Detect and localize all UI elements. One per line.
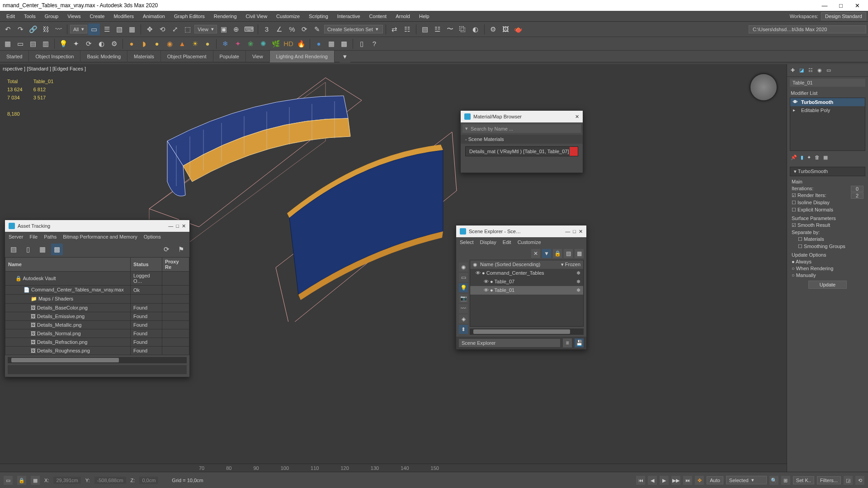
- lock-icon[interactable]: 🔒: [553, 249, 562, 258]
- menu-interactive[interactable]: Interactive: [333, 11, 365, 22]
- menu-customize[interactable]: Customize: [518, 239, 541, 245]
- pin-stack-icon[interactable]: 📌: [791, 155, 797, 160]
- menu-scripting[interactable]: Scripting: [304, 11, 333, 22]
- arrow-icon[interactable]: ▸: [793, 108, 795, 113]
- eye-icon[interactable]: 👁: [793, 99, 797, 104]
- asset-row[interactable]: 🖼 Details_Metallic.pngFound: [5, 321, 189, 329]
- menu-select[interactable]: Select: [460, 239, 474, 245]
- light-icon[interactable]: ●: [151, 38, 163, 50]
- asset-row[interactable]: 🖼 Details_Refraction.pngFound: [5, 338, 189, 347]
- create-tab-icon[interactable]: ✚: [791, 67, 795, 73]
- menu-create[interactable]: Create: [85, 11, 109, 22]
- list-col-name[interactable]: Name (Sorted Descending): [477, 262, 561, 267]
- asset-tool-icon[interactable]: ▤: [8, 244, 19, 255]
- panel-titlebar[interactable]: Scene Explorer - Sce… — □ ✕: [456, 225, 586, 237]
- menu-help[interactable]: Help: [415, 11, 434, 22]
- timeline-ruler[interactable]: 70 80 90 100 110 120 130 140 150: [0, 464, 787, 472]
- render-frame-button[interactable]: 🖼: [500, 23, 512, 35]
- light-icon[interactable]: 💡: [57, 38, 69, 50]
- ref-coord-dropdown[interactable]: View▾: [194, 25, 217, 33]
- list-col-frozen[interactable]: ▾ Frozen: [561, 262, 580, 267]
- make-unique-icon[interactable]: ✦: [807, 155, 811, 160]
- render-iters-field[interactable]: Render Iters:2: [792, 192, 863, 198]
- menu-civil-view[interactable]: Civil View: [241, 11, 272, 22]
- asset-row[interactable]: 📁 Maps / Shaders: [5, 295, 189, 304]
- modifier-turbosmooth[interactable]: 👁TurboSmooth: [790, 98, 865, 106]
- horizontal-scrollbar[interactable]: [470, 328, 584, 335]
- save-icon[interactable]: 💾: [575, 338, 584, 347]
- render-icon[interactable]: ▦: [326, 38, 337, 50]
- hierarchy-tab-icon[interactable]: ☷: [808, 67, 813, 73]
- next-frame-icon[interactable]: ▶▶: [671, 476, 680, 485]
- menu-tools[interactable]: Tools: [19, 11, 40, 22]
- iterations-field[interactable]: Iterations:0: [792, 186, 863, 191]
- update-button[interactable]: Update: [808, 281, 847, 289]
- scene-row[interactable]: 👁 ● Table_07❄: [470, 277, 583, 286]
- render-icon[interactable]: 🌿: [270, 38, 282, 50]
- close-icon[interactable]: ✕: [575, 114, 579, 120]
- setkey-button[interactable]: Set K..: [793, 476, 814, 484]
- light-icon[interactable]: ▲: [176, 38, 188, 50]
- menu-modifiers[interactable]: Modifiers: [109, 11, 138, 22]
- nav-icon[interactable]: ⟲: [855, 476, 864, 485]
- smooth-result-checkbox[interactable]: Smooth Result: [792, 222, 863, 228]
- maximize-icon[interactable]: □: [573, 229, 576, 234]
- unlink-button[interactable]: ⛓: [40, 23, 52, 35]
- tab-populate[interactable]: Populate: [213, 51, 246, 62]
- panel-titlebar[interactable]: Asset Tracking — □ ✕: [5, 220, 189, 232]
- window-close-button[interactable]: ✕: [849, 2, 865, 9]
- light-icon[interactable]: ⟳: [83, 38, 94, 50]
- asset-table[interactable]: Name Status Proxy Re 🔒 Autodesk VaultLog…: [5, 257, 189, 355]
- motion-tab-icon[interactable]: ◉: [817, 67, 822, 73]
- snap-toggle-button[interactable]: 3: [261, 23, 273, 35]
- coord-z-field[interactable]: 0,0cm: [139, 477, 158, 484]
- menu-bitmap-perf[interactable]: Bitmap Performance and Memory: [63, 234, 137, 239]
- render-icon[interactable]: ▯: [356, 38, 368, 50]
- redo-button[interactable]: ↷: [14, 23, 26, 35]
- scene-explorer-label[interactable]: Scene Explorer: [459, 339, 560, 347]
- menu-options[interactable]: Options: [144, 234, 161, 239]
- lock-selection-icon[interactable]: ▦: [31, 476, 40, 485]
- window-crossing-button[interactable]: ▦: [126, 23, 138, 35]
- tab-object-placement[interactable]: Object Placement: [161, 51, 213, 62]
- rollout-turbosmooth-header[interactable]: ▾ TurboSmooth: [790, 167, 865, 176]
- window-maximize-button[interactable]: □: [833, 2, 849, 9]
- move-button[interactable]: ✥: [144, 23, 156, 35]
- ribbon-icon[interactable]: ▤: [27, 38, 39, 50]
- modifier-editable-poly[interactable]: ▸Editable Poly: [790, 106, 865, 114]
- asset-row[interactable]: 📄 Command_Center_Tables_max_vray.maxOk: [5, 286, 189, 295]
- menu-content[interactable]: Content: [365, 11, 392, 22]
- tab-basic-modeling[interactable]: Basic Modeling: [80, 51, 127, 62]
- render-icon[interactable]: ❄: [219, 38, 231, 50]
- menu-animation[interactable]: Animation: [138, 11, 170, 22]
- material-editor-button[interactable]: ◐: [470, 23, 481, 35]
- asset-row[interactable]: 🖼 Details_Normal.pngFound: [5, 329, 189, 338]
- named-selection-dropdown[interactable]: Create Selection Set▾: [324, 25, 383, 33]
- configure-sets-icon[interactable]: ▦: [823, 155, 828, 160]
- rotate-button[interactable]: ⟲: [156, 23, 168, 35]
- tab-view[interactable]: View: [246, 51, 270, 62]
- tab-lighting-rendering[interactable]: Lighting And Rendering: [270, 51, 335, 62]
- menu-edit[interactable]: Edit: [503, 239, 511, 245]
- keyfilter-dropdown[interactable]: Selected ▾: [726, 476, 767, 484]
- autokey-button[interactable]: Auto: [707, 476, 723, 484]
- asset-tool-icon[interactable]: ▩: [51, 244, 63, 255]
- filter-icon[interactable]: ▦: [575, 249, 584, 258]
- tab-started[interactable]: Started: [0, 51, 29, 62]
- light-icon[interactable]: ◐: [95, 38, 107, 50]
- scene-row[interactable]: 👁 ● Table_01❄: [470, 286, 583, 295]
- filter-all-icon[interactable]: ◉: [459, 263, 468, 272]
- menu-views[interactable]: Views: [63, 11, 85, 22]
- isoline-checkbox[interactable]: Isoline Display: [792, 200, 863, 206]
- filter-icon[interactable]: ▤: [564, 249, 573, 258]
- light-icon[interactable]: ●: [126, 38, 137, 50]
- sun-icon[interactable]: ☀: [189, 38, 201, 50]
- clear-filter-icon[interactable]: ✕: [531, 249, 540, 258]
- render-icon[interactable]: ❀: [245, 38, 256, 50]
- render-icon[interactable]: ▩: [338, 38, 350, 50]
- material-map-browser-panel[interactable]: Material/Map Browser ✕ ▾ Search by Name …: [460, 110, 583, 173]
- menu-group[interactable]: Group: [40, 11, 63, 22]
- link-button[interactable]: 🔗: [27, 23, 39, 35]
- filter-cam-icon[interactable]: 📷: [459, 294, 468, 303]
- list-col-icon[interactable]: ◉: [473, 262, 477, 267]
